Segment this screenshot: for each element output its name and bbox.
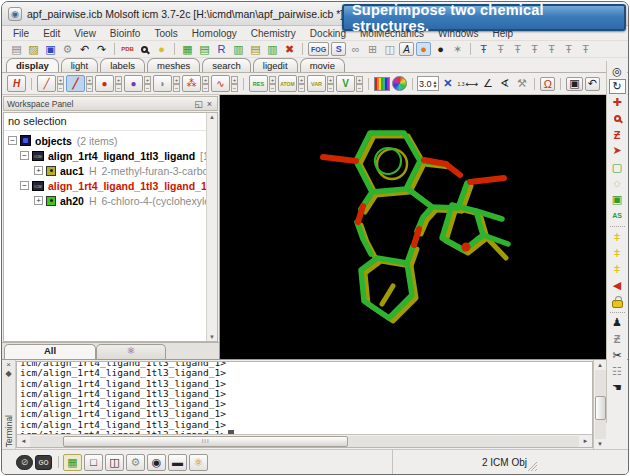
scroll-up-icon[interactable]: ▲ (597, 360, 603, 370)
split-window-icon[interactable]: ◫ (105, 454, 124, 471)
workspace-panel-header[interactable]: Workspace Panel ◱ × (3, 96, 218, 111)
workspace-layout-icon[interactable]: ▦ (63, 454, 82, 471)
rotate-tool-icon[interactable]: ↻ (609, 79, 626, 94)
angle-measure-icon[interactable]: ∠ (480, 77, 495, 91)
terminal-hscrollbar[interactable]: ◄ III ► (17, 434, 592, 447)
menu-file[interactable]: File (6, 28, 36, 39)
menu-view[interactable]: View (67, 28, 103, 39)
hydrogens-button[interactable]: H (7, 75, 26, 92)
close-panel-icon[interactable]: × (205, 99, 214, 109)
resize-grip[interactable] (527, 461, 537, 471)
menu-tools[interactable]: Tools (147, 28, 184, 39)
chem-grid2-icon[interactable]: ▥ (265, 42, 280, 56)
tools-wrench-icon[interactable]: ⚒ (514, 77, 529, 91)
cut-icon[interactable]: ✂ (609, 347, 626, 363)
tree-scrollbar[interactable]: ▲ ▼ (206, 113, 217, 341)
grab-hand-icon[interactable]: ☚ (609, 379, 626, 395)
select-box-icon[interactable]: ▢ (609, 159, 626, 175)
menu-bioinfo[interactable]: Bioinfo (103, 28, 148, 39)
zoom-tool-icon[interactable] (609, 110, 626, 126)
stop-icon[interactable]: ⊘ (16, 455, 33, 470)
z-rotate-tool-icon[interactable]: Ƶ (609, 127, 626, 143)
measure-3-icon[interactable]: ǂ (609, 261, 626, 277)
terminal-tab-label[interactable]: Terminal (4, 415, 14, 447)
terminal-pin-icon[interactable]: ◆ (5, 369, 11, 378)
bond-style-6-icon[interactable]: Ŧ (561, 42, 576, 56)
measure-1-icon[interactable]: ǂ (609, 229, 626, 245)
collapse-icon[interactable]: − (20, 151, 29, 160)
thickness-spinner[interactable]: 3.0 ▲▼ (417, 76, 439, 91)
r-statistics-icon[interactable]: R (214, 42, 229, 56)
distance-measure-icon[interactable]: 1.3⟷ (457, 77, 478, 91)
residue-label-button[interactable]: RES +− (249, 75, 276, 92)
tab-all[interactable]: All (4, 344, 96, 359)
measure-2-icon[interactable]: ǂ (609, 245, 626, 261)
restore-view-icon[interactable]: ↶ (585, 77, 600, 91)
fog-toggle-button[interactable]: FOG (308, 42, 329, 56)
wire-style-button[interactable]: ╱ +− (37, 75, 64, 92)
tab-labels[interactable]: labels (100, 58, 145, 72)
terminal-close-icon[interactable]: × (6, 360, 11, 369)
matte-sphere-button[interactable]: ● (433, 42, 448, 56)
wire-plus[interactable]: + (57, 76, 64, 84)
xstick-style-button[interactable]: ● +− (124, 75, 151, 92)
magnet-icon[interactable]: Ω (540, 77, 555, 91)
tab-chemistry-icon[interactable]: ⚛ (96, 344, 166, 359)
search-icon[interactable] (137, 42, 152, 56)
pdb-search-icon[interactable]: PDB (120, 42, 135, 56)
cpk-style-button[interactable]: ⁂ +− (182, 75, 209, 92)
scroll-up-icon[interactable]: ▲ (209, 114, 215, 120)
bond-style-4-icon[interactable]: Ŧ (527, 42, 542, 56)
open-file-icon[interactable]: ▨ (26, 42, 41, 56)
bond-style-1-icon[interactable]: Ŧ (476, 42, 491, 56)
torsion-measure-icon[interactable]: ∢ (497, 77, 512, 91)
chem-grid-icon[interactable]: ▥ (231, 42, 246, 56)
fly-tool-icon[interactable]: ➤ (609, 143, 626, 159)
cascade-windows-icon[interactable]: ◫ (382, 42, 397, 56)
scroll-left-icon[interactable]: ◄ (17, 438, 30, 444)
lock-icon[interactable] (609, 293, 626, 309)
tree-row-auc1[interactable]: + auc1 H 2-methyl-furan-3-carbo (8, 163, 217, 178)
movie-icon[interactable]: ▬ (168, 454, 187, 471)
select-label-icon[interactable]: AS (609, 208, 626, 224)
float-panel-icon[interactable]: ◱ (192, 99, 205, 109)
center-view-icon[interactable]: ✕ (440, 77, 455, 91)
wire-minus[interactable]: − (57, 84, 64, 92)
antialias-button[interactable]: A (399, 42, 414, 56)
sleep-icon[interactable]: Ƶ (609, 331, 626, 347)
molecule-tool-icon[interactable]: ⚛ (189, 454, 208, 471)
clipping-icon[interactable]: ◀ (609, 277, 626, 293)
bond-style-2-icon[interactable]: Ŧ (493, 42, 508, 56)
stereo-toggle-button[interactable]: S (331, 42, 346, 56)
delete-table-icon[interactable]: ✖ (282, 42, 297, 56)
save-view-icon[interactable]: ▣ (566, 77, 582, 91)
settings-gear-icon[interactable]: ⚙ (126, 454, 145, 471)
tab-search[interactable]: search (202, 58, 251, 72)
tree-row-ligand2[interactable]: − ICM align_1rt4_ligand_1tl3_ligand_1 [2… (8, 178, 217, 193)
menu-chemistry[interactable]: Chemistry (244, 28, 303, 39)
preferences-gear-icon[interactable]: ⚙ (60, 42, 75, 56)
tab-meshes[interactable]: meshes (147, 58, 200, 72)
terminal-vscrollbar[interactable]: ▲ ▼ (593, 360, 606, 449)
copy-table-icon[interactable]: ▤ (197, 42, 212, 56)
terminal-output[interactable]: icm/align_1rt4_ligand_1tl3_ligand_1> icm… (17, 362, 592, 434)
screenshot-camera-icon[interactable]: ◉ (147, 454, 166, 471)
magic-wand-icon[interactable]: ✶ (450, 42, 465, 56)
v-label-button[interactable]: V +− (336, 75, 363, 92)
graphics-viewer[interactable] (220, 95, 606, 359)
scroll-right-icon[interactable]: ► (579, 438, 592, 444)
ribbon-style-button[interactable]: ∿ +− (211, 75, 238, 92)
tree-row-objects[interactable]: − objects (2 items) (8, 133, 217, 148)
collapse-icon[interactable]: − (8, 136, 17, 145)
penguin-easter-icon[interactable]: ♟ (609, 315, 626, 331)
query-icon[interactable]: ● (154, 42, 169, 56)
terminal-main[interactable]: icm/align_1rt4_ligand_1tl3_ligand_1> icm… (16, 361, 593, 448)
select-sphere-icon[interactable]: ▣ (609, 191, 626, 207)
bond-style-3-icon[interactable]: Ŧ (510, 42, 525, 56)
load-table-icon[interactable]: ▦ (180, 42, 195, 56)
color-wheel-icon[interactable] (392, 77, 407, 91)
single-window-icon[interactable]: □ (84, 454, 103, 471)
hscroll-thumb[interactable]: III (63, 436, 348, 447)
tab-movie[interactable]: movie (300, 58, 345, 72)
save-icon[interactable]: ▣ (43, 42, 58, 56)
